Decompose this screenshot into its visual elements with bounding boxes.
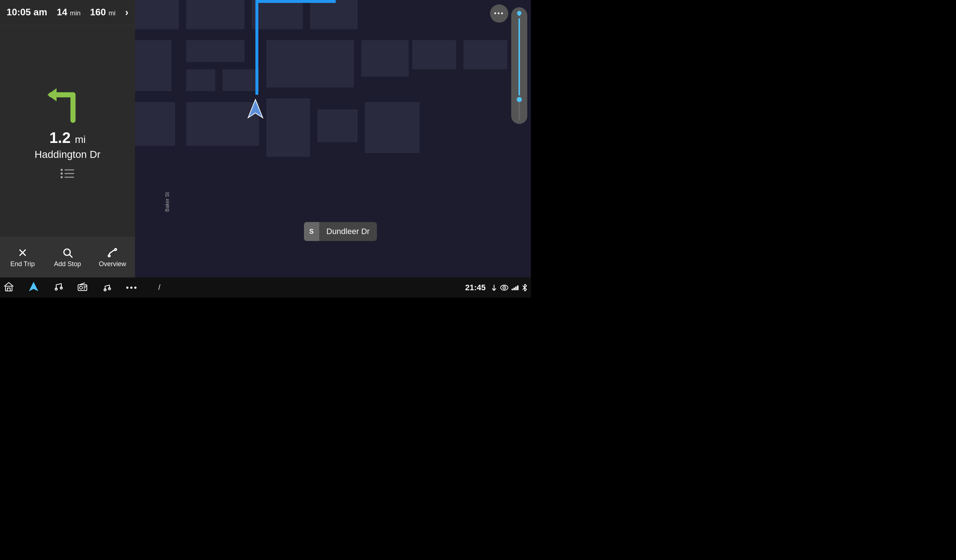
home-nav-icon[interactable] [4, 282, 14, 293]
cellular-icon [511, 285, 519, 290]
nav-items: / [4, 281, 465, 294]
zoom-pin-top-icon [516, 11, 522, 17]
expand-chevron-icon[interactable]: › [125, 6, 129, 18]
status-bar: 21:45 [465, 283, 527, 292]
svg-point-4 [61, 169, 63, 171]
svg-marker-19 [29, 282, 38, 291]
svg-rect-38 [515, 287, 517, 290]
svg-rect-36 [511, 289, 513, 290]
trip-distance: 160 mi [90, 6, 116, 18]
signal-icon [491, 284, 497, 291]
map-view[interactable]: Baker St S Dundleer Dr ••• [135, 0, 531, 278]
svg-point-6 [61, 173, 63, 175]
current-time: 10:05 am [6, 6, 47, 18]
zoom-track-blue [519, 18, 520, 96]
svg-rect-39 [517, 285, 519, 290]
svg-point-23 [80, 286, 82, 289]
trip-summary-bar: 10:05 am 14 min 160 mi › [0, 0, 135, 25]
svg-rect-17 [5, 286, 12, 291]
street-name-text: Dundleer Dr [319, 227, 377, 236]
zoom-thumb[interactable] [517, 97, 522, 102]
trip-duration: 14 min [57, 6, 81, 18]
overview-button[interactable]: Overview [90, 238, 135, 278]
more-nav-icon[interactable] [126, 287, 137, 289]
svg-point-8 [61, 176, 63, 178]
zoom-track-gray [519, 102, 520, 120]
svg-rect-18 [7, 288, 10, 291]
connected-icon [500, 285, 508, 290]
end-trip-button[interactable]: End Trip [0, 238, 45, 278]
next-street-name: Haddington Dr [35, 149, 101, 160]
system-clock: 21:45 [465, 283, 486, 292]
street-prefix: S [304, 222, 319, 241]
direction-panel: 1.2 mi Haddington Dr [0, 25, 135, 237]
status-icons [491, 284, 527, 291]
bottom-navigation: / 21:45 [0, 278, 531, 298]
svg-line-13 [70, 255, 72, 257]
bluetooth-icon [522, 284, 527, 291]
svg-rect-37 [513, 288, 515, 290]
baker-st-label: Baker St [164, 192, 170, 212]
current-street-label: S Dundleer Dr [304, 222, 377, 241]
svg-point-35 [504, 287, 505, 288]
turn-left-arrow-icon [44, 80, 91, 124]
action-bar: End Trip Add Stop Overview [0, 237, 135, 278]
zoom-slider[interactable] [511, 7, 527, 124]
navigation-panel: 10:05 am 14 min 160 mi › [0, 0, 135, 278]
radio-nav-icon[interactable] [77, 282, 88, 293]
svg-marker-3 [47, 88, 57, 101]
music-nav-icon[interactable] [53, 282, 63, 293]
svg-marker-16 [248, 100, 263, 118]
navigate-nav-icon[interactable] [28, 281, 39, 294]
more-options-button[interactable]: ••• [490, 5, 508, 23]
add-stop-button[interactable]: Add Stop [45, 238, 90, 278]
nav-divider: / [158, 283, 160, 292]
route-list-icon[interactable] [60, 168, 75, 182]
vehicle-indicator [246, 98, 264, 121]
phone-nav-icon[interactable] [102, 282, 112, 293]
